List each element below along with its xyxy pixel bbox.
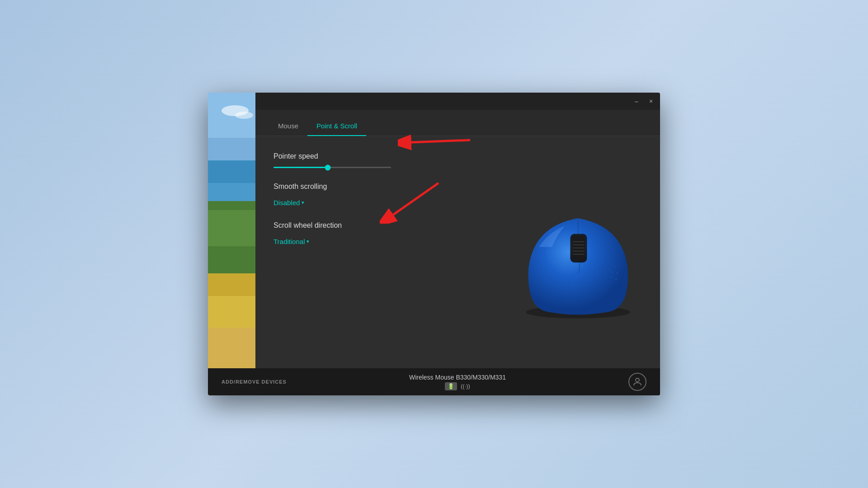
svg-point-21 [608,268,610,270]
settings-panel: Pointer speed Smooth scrolling Disabled … [255,136,491,368]
svg-point-3 [235,112,253,119]
svg-rect-9 [208,296,255,332]
footer-right [628,373,646,391]
content-area: Pointer speed Smooth scrolling Disabled … [255,136,660,368]
svg-point-24 [611,271,613,273]
svg-point-27 [610,276,612,278]
smooth-scrolling-label: Smooth scrolling [274,183,472,191]
tab-mouse[interactable]: Mouse [269,117,307,136]
svg-point-28 [613,266,616,268]
minimize-button[interactable]: – [632,97,641,106]
scroll-direction-value: Traditional [274,238,305,245]
svg-point-23 [605,273,608,275]
smooth-scrolling-value: Disabled [274,199,300,206]
slider-thumb[interactable] [325,164,330,170]
svg-point-20 [603,264,605,267]
svg-point-26 [604,279,606,281]
pointer-speed-section: Pointer speed [274,152,472,168]
close-button[interactable]: × [646,97,656,106]
svg-point-29 [616,272,618,274]
pointer-speed-slider[interactable] [274,167,391,168]
scroll-direction-label: Scroll wheel direction [274,221,472,230]
wireless-icon: ((·)) [461,383,470,389]
window-controls: – × [632,97,656,106]
tabs-container: Mouse Point & Scroll [255,110,660,136]
tab-point-scroll[interactable]: Point & Scroll [307,117,366,136]
chevron-down-icon: ▾ [302,200,304,206]
scroll-direction-dropdown[interactable]: Traditional ▾ [274,238,309,245]
device-status-icons: 🔋 ((·)) [287,382,628,390]
svg-point-31 [636,378,639,382]
app-window: – × Mouse Point & Scroll Pointer speed S… [208,93,660,395]
profile-button[interactable] [628,373,646,391]
svg-point-30 [615,278,617,281]
device-info: Wireless Mouse B330/M330/M331 🔋 ((·)) [287,374,628,390]
pointer-speed-label: Pointer speed [274,152,472,160]
chevron-down-icon-2: ▾ [307,239,309,244]
svg-point-25 [598,277,600,279]
slider-fill [274,167,328,168]
title-bar: – × [255,93,660,110]
footer-bar: ADD/REMOVE DEVICES Wireless Mouse B330/M… [208,368,660,395]
add-remove-devices[interactable]: ADD/REMOVE DEVICES [222,379,287,385]
smooth-scrolling-dropdown[interactable]: Disabled ▾ [274,199,304,206]
mouse-svg [494,184,657,320]
svg-rect-7 [208,210,255,246]
device-name: Wireless Mouse B330/M330/M331 [287,374,628,381]
svg-point-19 [598,267,600,269]
smooth-scrolling-section: Smooth scrolling Disabled ▾ [274,183,472,207]
scroll-direction-section: Scroll wheel direction Traditional ▾ [274,221,472,246]
mouse-illustration [491,136,660,368]
svg-point-22 [600,272,603,274]
battery-icon: 🔋 [445,382,457,390]
